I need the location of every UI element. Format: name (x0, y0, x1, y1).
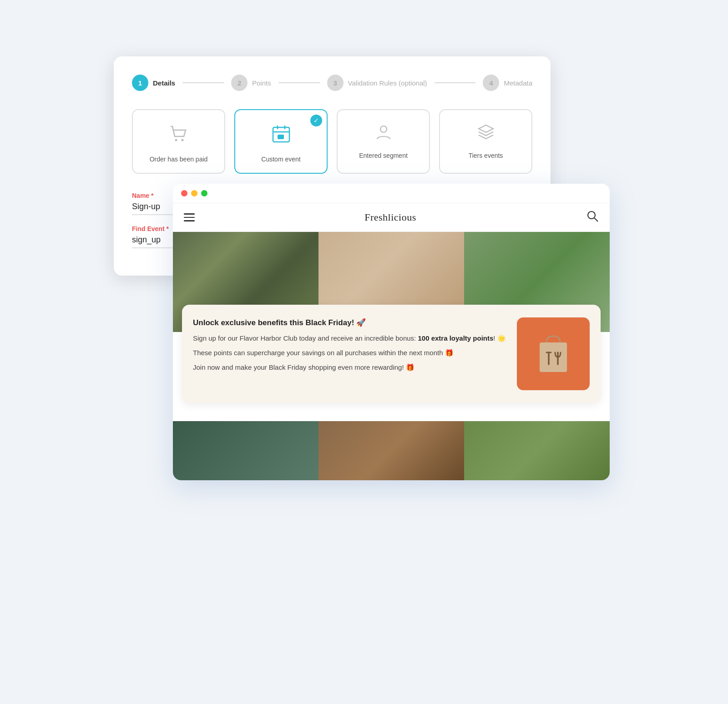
find-event-required-mark: * (165, 225, 169, 232)
browser-card: Freshlicious Unlock exclusive benefits t… (173, 184, 610, 480)
brand-name: Freshlicious (364, 211, 416, 223)
close-button[interactable] (181, 190, 187, 196)
event-card-custom-event-label: Custom event (261, 156, 300, 163)
event-card-order-paid[interactable]: Order has been paid (132, 109, 225, 174)
popup-body-1-text: Sign up for our Flavor Harbor Club today… (193, 334, 418, 342)
step-2-label: Points (252, 79, 271, 87)
scene: 1 Details 2 Points 3 Validation Rules (o… (114, 56, 614, 648)
hamburger-line-1 (184, 213, 195, 215)
popup-body-3: Join now and make your Black Friday shop… (193, 362, 506, 373)
popup-title: Unlock exclusive benefits this Black Fri… (193, 317, 506, 328)
svg-point-4 (380, 126, 387, 132)
event-cards-row: Order has been paid ✓ Custom event (132, 109, 532, 174)
maximize-button[interactable] (201, 190, 207, 196)
browser-nav: Freshlicious (173, 203, 610, 232)
step-line-3-4 (435, 82, 476, 83)
search-icon[interactable] (586, 210, 599, 225)
hamburger-line-3 (184, 220, 195, 221)
popup-product-image (517, 317, 590, 390)
popup-body-1-bold: 100 extra loyalty points (418, 334, 493, 342)
step-3-label: Validation Rules (optional) (348, 79, 427, 87)
hamburger-menu-icon[interactable] (184, 213, 195, 221)
popup-body-2: These points can supercharge your saving… (193, 347, 506, 358)
step-3: 3 Validation Rules (optional) (327, 75, 427, 91)
name-required-mark: * (149, 192, 153, 199)
step-1: 1 Details (132, 75, 175, 91)
stepper: 1 Details 2 Points 3 Validation Rules (o… (132, 75, 532, 91)
popup-body-1-end: ! 🌟 (493, 334, 506, 342)
step-1-label: Details (153, 79, 175, 87)
food-image-bottom-1 (173, 421, 318, 480)
step-line-1-2 (182, 82, 224, 83)
svg-point-5 (588, 211, 595, 219)
step-4: 4 Metadata (483, 75, 532, 91)
event-card-tiers-events-label: Tiers events (469, 152, 503, 159)
hamburger-line-2 (184, 217, 195, 218)
event-card-entered-segment[interactable]: Entered segment (337, 109, 430, 174)
popup-text: Unlock exclusive benefits this Black Fri… (193, 317, 506, 377)
food-image-bottom-2 (318, 421, 464, 480)
event-card-entered-segment-label: Entered segment (359, 152, 408, 159)
food-image-bottom-3 (464, 421, 610, 480)
food-images-bottom (173, 421, 610, 480)
check-badge: ✓ (310, 115, 322, 126)
step-4-label: Metadata (504, 79, 532, 87)
step-2: 2 Points (231, 75, 271, 91)
person-icon (374, 123, 393, 146)
browser-titlebar (173, 184, 610, 203)
cart-icon (168, 123, 190, 149)
step-line-2-3 (278, 82, 320, 83)
popup-overlay: Unlock exclusive benefits this Black Fri… (182, 305, 601, 403)
step-2-circle: 2 (231, 75, 248, 91)
layers-icon (477, 123, 495, 146)
step-3-circle: 3 (327, 75, 344, 91)
step-4-circle: 4 (483, 75, 499, 91)
svg-point-1 (181, 139, 183, 141)
svg-line-6 (595, 218, 598, 222)
event-card-order-paid-label: Order has been paid (150, 156, 208, 163)
minimize-button[interactable] (191, 190, 197, 196)
svg-rect-3 (278, 135, 284, 139)
step-1-circle: 1 (132, 75, 148, 91)
popup-body-1: Sign up for our Flavor Harbor Club today… (193, 333, 506, 344)
svg-point-0 (175, 139, 177, 141)
svg-rect-7 (540, 342, 567, 372)
event-card-custom-event[interactable]: ✓ Custom event (234, 109, 328, 174)
calendar-icon (270, 123, 292, 149)
event-card-tiers-events[interactable]: Tiers events (439, 109, 532, 174)
